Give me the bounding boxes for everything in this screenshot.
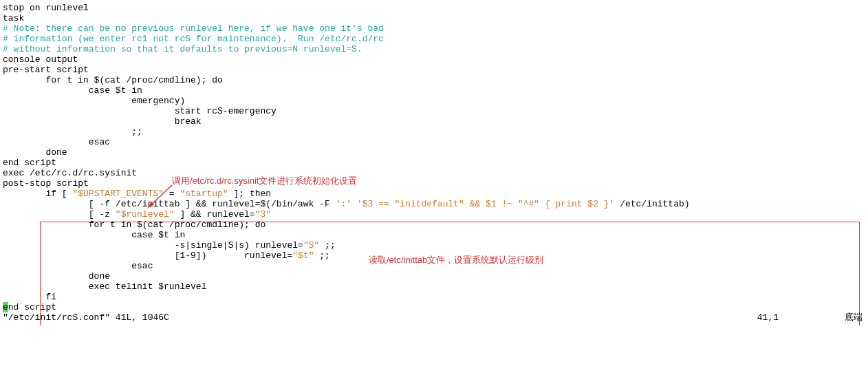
code-line: case $t in	[3, 230, 865, 240]
code-line: pre-start script	[3, 65, 865, 75]
code-line: start rcS-emergency	[3, 106, 865, 116]
code-line: emergency)	[3, 96, 865, 106]
code-line: done	[3, 147, 865, 158]
code-line: fi	[3, 292, 865, 302]
code-comment: # Note: there can be no previous runleve…	[3, 23, 865, 34]
status-position: 41,1	[757, 312, 779, 323]
code-line: ;;	[3, 127, 865, 137]
code-line: end script	[3, 302, 865, 312]
code-comment: # without information so that it default…	[3, 44, 865, 54]
annotation-text: 读取/etc/inittab文件，设置系统默认运行级别	[369, 255, 543, 265]
code-line: [ -z "$runlevel" ] && runlevel="3"	[3, 209, 865, 220]
code-line: end script	[3, 158, 865, 168]
code-line: exec telinit $runlevel	[3, 281, 865, 292]
code-line: console output	[3, 54, 865, 65]
status-location: 底端	[845, 312, 862, 323]
code-line: post-stop script	[3, 178, 865, 189]
code-line: for t in $(cat /proc/cmdline); do	[3, 75, 865, 85]
code-line: done	[3, 271, 865, 281]
code-line: stop on runlevel	[3, 3, 865, 13]
code-line: case $t in	[3, 85, 865, 96]
code-line: if [ "$UPSTART_EVENTS" = "startup" ]; th…	[3, 189, 865, 199]
editor-content[interactable]: stop on runlevel task # Note: there can …	[3, 3, 865, 323]
status-file: "/etc/init/rcS.conf" 41L, 1046C	[3, 312, 865, 323]
code-line: for t in $(cat /proc/cmdline); do	[3, 220, 865, 230]
code-comment: # information (we enter rc1 not rcS for …	[3, 34, 865, 44]
code-line: -s|single|S|s) runlevel="S" ;;	[3, 240, 865, 251]
code-line: [ -f /etc/inittab ] && runlevel=$(/bin/a…	[3, 199, 865, 209]
cursor-block: e	[3, 302, 8, 312]
annotation-text: 调用/etc/rc.d/rc.sysinit文件进行系统初始化设置	[172, 175, 357, 186]
code-line: esac	[3, 137, 865, 147]
code-line: task	[3, 13, 865, 23]
code-line: break	[3, 116, 865, 127]
code-line: exec /etc/rc.d/rc.sysinit	[3, 168, 865, 178]
